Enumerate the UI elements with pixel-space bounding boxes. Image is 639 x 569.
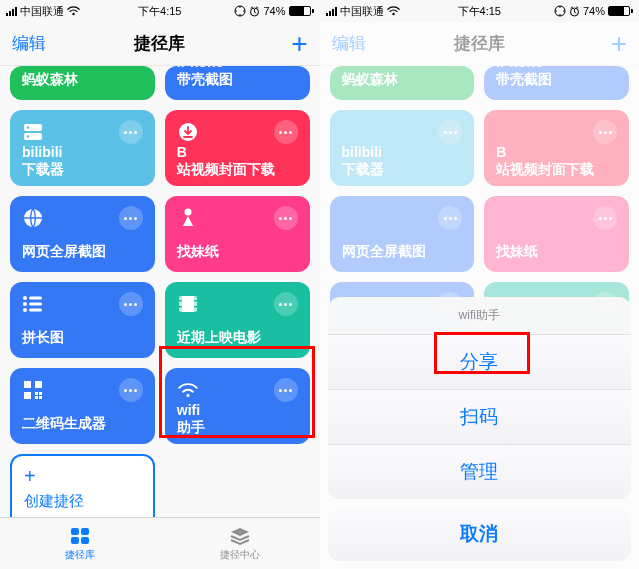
tile-webpage-screenshot[interactable]: 网页全屏截图 (10, 196, 155, 272)
svg-rect-18 (179, 300, 182, 302)
tile-wifi-helper[interactable]: wifi 助手 (165, 368, 310, 444)
svg-rect-23 (35, 381, 42, 388)
tab-library[interactable]: 捷径库 (0, 518, 160, 569)
shortcut-grid: 蚂蚁森林 iPhone 带壳截图 bilibili 下载器 (0, 66, 320, 517)
sheet-options: wifi助手 分享 扫码 管理 (328, 297, 632, 499)
page-title: 捷径库 (0, 32, 320, 55)
tile-stitch-long[interactable]: 拼长图 (10, 282, 155, 358)
stack-icon (228, 526, 252, 546)
person-icon (177, 207, 199, 229)
svg-rect-30 (81, 528, 89, 535)
tile-label: bilibili 下载器 (22, 144, 143, 178)
svg-rect-25 (35, 392, 38, 395)
svg-rect-3 (24, 133, 42, 140)
left-screen: 中国联通 下午4:15 74% 编辑 捷径库 + 蚂蚁森林 (0, 0, 320, 569)
create-shortcut-tile[interactable]: + 创建捷径 (10, 454, 155, 517)
svg-rect-32 (81, 537, 89, 544)
tile-label: 拼长图 (22, 329, 143, 346)
tile-label: wifi 助手 (177, 402, 298, 436)
battery-icon (289, 6, 314, 16)
more-icon[interactable] (119, 206, 143, 230)
tile-label: 二维码生成器 (22, 415, 143, 432)
tile-label: 找妹纸 (177, 243, 298, 260)
sheet-scan[interactable]: 扫码 (328, 390, 632, 445)
film-icon (177, 293, 199, 315)
tab-bar: 捷径库 捷径中心 (0, 517, 320, 569)
more-icon[interactable] (274, 292, 298, 316)
plus-icon: + (24, 466, 141, 486)
svg-rect-20 (194, 300, 197, 302)
tile-qr-generator[interactable]: 二维码生成器 (10, 368, 155, 444)
tile-label: 近期上映电影 (177, 329, 298, 346)
sheet-share[interactable]: 分享 (328, 335, 632, 390)
svg-rect-12 (29, 303, 42, 306)
svg-point-8 (184, 209, 191, 216)
more-icon[interactable] (274, 206, 298, 230)
svg-point-4 (27, 126, 29, 128)
svg-rect-31 (71, 537, 79, 544)
tile-label: iPhone 带壳截图 (177, 66, 298, 88)
battery-icon (608, 6, 633, 16)
svg-point-9 (23, 296, 27, 300)
right-screen: 中国联通 下午4:15 74% 编辑 捷径库 + 蚂蚁森林 iPhone 带壳截… (320, 0, 640, 569)
tile-ant-forest[interactable]: 蚂蚁森林 (10, 66, 155, 100)
tile-label: 蚂蚁森林 (22, 71, 143, 88)
status-bar: 中国联通 下午4:15 74% (320, 0, 640, 22)
grid-icon (68, 526, 92, 546)
tab-label: 捷径库 (65, 548, 95, 562)
svg-rect-10 (29, 297, 42, 300)
svg-rect-16 (179, 296, 182, 312)
tile-label: 网页全屏截图 (22, 243, 143, 260)
svg-rect-24 (24, 392, 31, 399)
tile-find-girl[interactable]: 找妹纸 (165, 196, 310, 272)
svg-rect-14 (29, 309, 42, 312)
more-icon[interactable] (119, 292, 143, 316)
more-icon[interactable] (274, 378, 298, 402)
svg-point-13 (23, 308, 27, 312)
status-bar: 中国联通 下午4:15 74% (0, 0, 320, 22)
svg-rect-17 (194, 296, 197, 312)
download-icon (177, 121, 199, 143)
nav-bar: 编辑 捷径库 + (0, 22, 320, 66)
svg-rect-29 (71, 528, 79, 535)
server-icon (22, 121, 44, 143)
tile-bili-cover[interactable]: B 站视频封面下载 (165, 110, 310, 186)
tile-label: B 站视频封面下载 (177, 144, 298, 178)
add-button[interactable]: + (291, 30, 307, 58)
action-sheet: wifi助手 分享 扫码 管理 取消 (328, 297, 632, 561)
svg-rect-2 (24, 124, 42, 131)
svg-rect-19 (179, 306, 182, 308)
tab-center[interactable]: 捷径中心 (160, 518, 320, 569)
more-icon[interactable] (119, 378, 143, 402)
tile-recent-movies[interactable]: 近期上映电影 (165, 282, 310, 358)
sheet-cancel-group: 取消 (328, 507, 632, 561)
svg-rect-28 (39, 392, 42, 395)
sheet-cancel[interactable]: 取消 (328, 507, 632, 561)
edit-button[interactable]: 编辑 (12, 32, 46, 55)
more-icon[interactable] (274, 120, 298, 144)
svg-rect-26 (39, 396, 42, 399)
globe-icon (22, 207, 44, 229)
tab-label: 捷径中心 (220, 548, 260, 562)
qr-icon (22, 379, 44, 401)
create-label: 创建捷径 (24, 492, 141, 511)
svg-rect-27 (35, 396, 38, 399)
svg-point-11 (23, 302, 27, 306)
svg-rect-22 (24, 381, 31, 388)
list-icon (22, 293, 44, 315)
clock-label: 下午4:15 (0, 4, 320, 19)
svg-rect-21 (194, 306, 197, 308)
tile-iphone-frame[interactable]: iPhone 带壳截图 (165, 66, 310, 100)
svg-point-5 (27, 135, 29, 137)
wifi-icon (177, 379, 199, 401)
sheet-title: wifi助手 (328, 297, 632, 335)
more-icon[interactable] (119, 120, 143, 144)
tile-bilibili-downloader[interactable]: bilibili 下载器 (10, 110, 155, 186)
clock-label: 下午4:15 (320, 4, 640, 19)
sheet-manage[interactable]: 管理 (328, 445, 632, 499)
